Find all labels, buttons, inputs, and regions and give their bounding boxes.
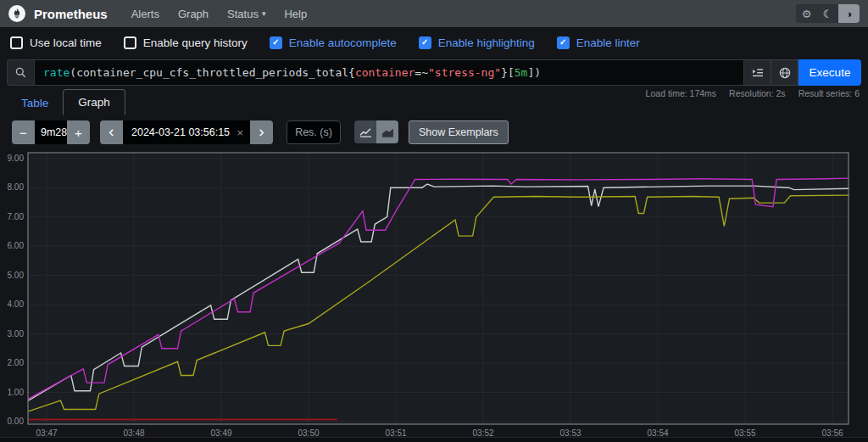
metrics-explorer-button[interactable] [771,59,798,86]
auto-theme-button[interactable]: ◑ [838,4,860,23]
gear-icon: ⚙ [802,8,812,20]
query-expression: rate(container_cpu_cfs_throttled_periods… [43,66,541,79]
svg-text:4.00: 4.00 [8,299,25,309]
svg-text:2.00: 2.00 [8,358,25,367]
time-back-button[interactable]: ‹ [100,120,123,144]
range-decrease-button[interactable]: − [12,120,35,144]
nav-item-alerts[interactable]: Alerts [131,8,159,20]
checkbox-label: Enable query history [143,36,248,49]
svg-text:3.00: 3.00 [8,329,25,338]
nav-item-status[interactable]: Status▾ [227,8,265,20]
datetime-input[interactable]: 2024-03-21 03:56:15 × [123,120,250,144]
svg-text:6.00: 6.00 [8,241,25,250]
line-chart-button[interactable] [354,120,376,143]
query-stats: Load time: 174ms Resolution: 2s Result s… [646,88,860,98]
chevron-left-icon: ‹ [108,123,114,139]
show-exemplars-button[interactable]: Show Exemplars [409,120,509,144]
checkbox-icon: ✓ [124,36,136,49]
checkbox-label: Enable autocomplete [289,36,397,49]
chart-type-toggle [354,120,398,144]
checkbox-icon: ✓ [557,36,570,49]
chevron-down-icon: ▾ [262,9,266,18]
insert-metric-button[interactable] [744,59,771,86]
checkbox-icon: ✓ [270,36,282,49]
query-bar: rate(container_cpu_cfs_throttled_periods… [7,59,861,86]
checkbox-icon: ✓ [419,36,431,49]
resolution: Resolution: 2s [729,88,786,98]
tab-graph[interactable]: Graph [63,89,125,115]
navbar: Prometheus Alerts Graph Status▾ Help ⚙ ☾… [0,0,868,27]
prometheus-logo-icon[interactable] [8,5,25,22]
checkbox-label: Enable linter [576,36,640,49]
stacked-chart-icon [381,127,394,137]
globe-icon [779,67,791,79]
panel-tabs: Table Graph [7,90,125,115]
svg-text:9.00: 9.00 [8,154,25,163]
enable-autocomplete-checkbox[interactable]: ✓ Enable autocomplete [270,36,397,49]
search-icon [15,67,26,78]
chevron-right-icon: › [259,123,264,139]
clear-time-icon[interactable]: × [236,126,243,139]
resolution-input[interactable] [287,120,341,144]
options-row: ✓ Use local time ✓ Enable query history … [0,27,868,58]
checkbox-icon: ✓ [10,36,23,49]
settings-button[interactable]: ⚙ [796,4,817,23]
svg-text:7.00: 7.00 [8,212,25,221]
result-series: Result series: 6 [798,88,860,98]
query-expression-input[interactable]: rate(container_cpu_cfs_throttled_periods… [34,59,744,86]
search-addon [7,59,34,86]
line-chart-icon [359,127,372,137]
use-local-time-checkbox[interactable]: ✓ Use local time [10,36,102,49]
range-increase-button[interactable]: + [67,120,90,144]
page-bottom-strip [0,437,868,442]
execute-button[interactable]: Execute [798,59,861,86]
svg-text:5.00: 5.00 [8,271,25,280]
range-input[interactable]: 9m28s [35,120,67,144]
metric-list-icon [752,68,764,78]
enable-highlighting-checkbox[interactable]: ✓ Enable highlighting [419,36,535,49]
svg-text:1.00: 1.00 [8,388,25,397]
checkbox-label: Use local time [30,36,102,49]
contrast-icon: ◑ [846,8,853,20]
graph-controls: − 9m28s + ‹ 2024-03-21 03:56:15 × › Show… [12,120,509,144]
range-stepper: − 9m28s + [12,120,90,144]
moon-icon: ☾ [823,8,833,20]
theme-button-group: ⚙ ☾ ◑ [796,4,860,23]
dark-theme-button[interactable]: ☾ [817,4,838,23]
checkbox-label: Enable highlighting [438,36,535,49]
nav-item-help[interactable]: Help [284,8,307,20]
load-time: Load time: 174ms [646,88,716,98]
svg-text:8.00: 8.00 [8,182,25,192]
time-series-chart[interactable]: 0.001.002.003.004.005.006.007.008.009.00… [0,144,868,442]
tab-table[interactable]: Table [7,91,63,115]
enable-linter-checkbox[interactable]: ✓ Enable linter [557,36,640,49]
time-forward-button[interactable]: › [250,120,273,144]
enable-query-history-checkbox[interactable]: ✓ Enable query history [124,36,248,49]
app-title: Prometheus [34,7,108,21]
time-picker: ‹ 2024-03-21 03:56:15 × › [100,120,273,144]
stacked-chart-button[interactable] [376,120,398,143]
svg-text:0.00: 0.00 [8,417,25,426]
nav-item-graph[interactable]: Graph [178,8,209,20]
